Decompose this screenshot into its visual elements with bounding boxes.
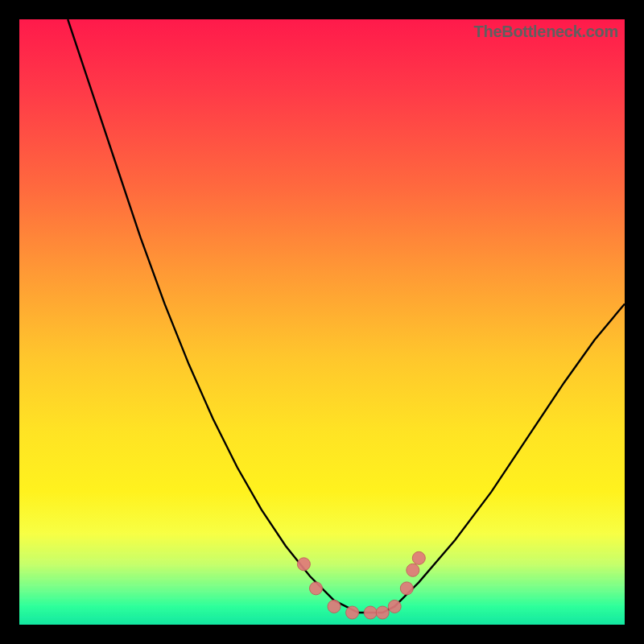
chart-frame: TheBottleneck.com bbox=[19, 19, 625, 625]
gradient-background bbox=[19, 19, 625, 625]
watermark-text: TheBottleneck.com bbox=[474, 23, 618, 41]
